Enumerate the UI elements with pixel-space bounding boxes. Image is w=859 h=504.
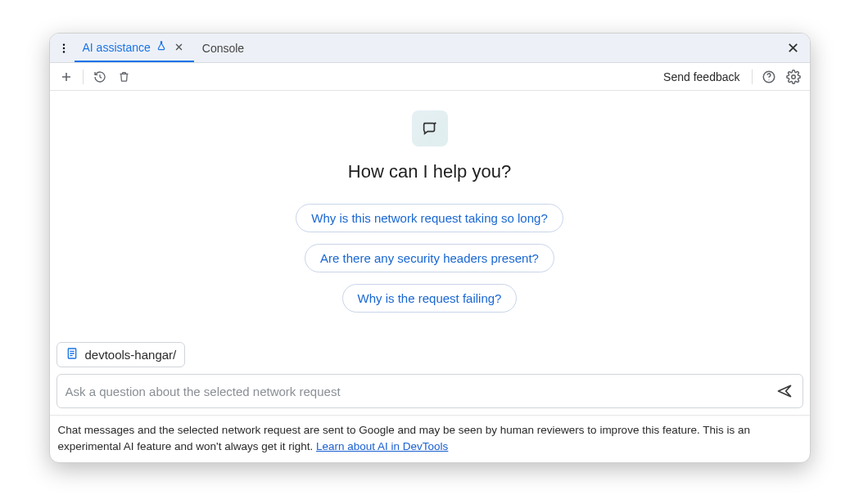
tab-console[interactable]: Console	[194, 34, 252, 62]
tab-ai-assistance[interactable]: AI assistance	[75, 34, 194, 62]
document-icon	[66, 347, 79, 362]
help-button[interactable]	[759, 67, 779, 87]
prompt-input[interactable]	[64, 381, 773, 402]
svg-point-0	[62, 43, 64, 45]
kebab-menu-icon[interactable]	[55, 39, 73, 57]
tab-bar: AI assistance Console	[50, 34, 810, 63]
disclaimer: Chat messages and the selected network r…	[50, 415, 810, 462]
toolbar: Send feedback	[50, 63, 810, 91]
send-feedback-link[interactable]: Send feedback	[663, 70, 739, 83]
input-row	[57, 374, 803, 408]
send-button[interactable]	[773, 380, 796, 403]
hero-title: How can I help you?	[348, 161, 511, 182]
tab-label: AI assistance	[83, 41, 151, 54]
suggestion-list: Why is this network request taking so lo…	[296, 204, 563, 313]
context-chip[interactable]: devtools-hangar/	[57, 342, 186, 367]
context-row: devtools-hangar/	[50, 342, 810, 374]
history-button[interactable]	[90, 67, 110, 87]
divider	[752, 70, 753, 84]
svg-point-5	[791, 74, 795, 79]
suggestion-chip[interactable]: Why is the request failing?	[342, 284, 518, 313]
settings-button[interactable]	[784, 67, 803, 87]
delete-button[interactable]	[115, 67, 134, 87]
tab-label: Console	[202, 42, 244, 55]
ai-assistance-panel: AI assistance Console Send feedback	[49, 33, 811, 463]
new-chat-button[interactable]	[57, 67, 76, 87]
main-content: How can I help you? Why is this network …	[50, 91, 810, 342]
suggestion-chip[interactable]: Are there any security headers present?	[305, 244, 554, 272]
ai-sparkle-icon	[412, 110, 448, 146]
close-panel-icon[interactable]	[784, 38, 803, 58]
close-tab-icon[interactable]	[172, 41, 186, 54]
suggestion-chip[interactable]: Why is this network request taking so lo…	[296, 204, 563, 232]
svg-point-4	[768, 79, 769, 80]
flask-icon	[156, 40, 167, 54]
svg-point-2	[62, 51, 64, 52]
divider	[83, 70, 84, 84]
context-label: devtools-hangar/	[85, 348, 177, 362]
svg-point-1	[62, 47, 64, 48]
learn-more-link[interactable]: Learn about AI in DevTools	[316, 440, 448, 452]
